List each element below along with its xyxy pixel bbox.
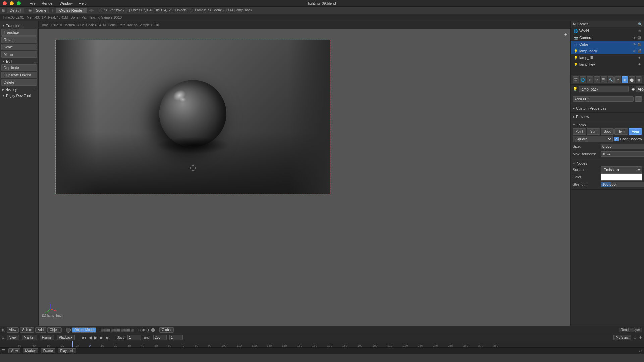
render-properties-icon[interactable]: 🎬 [573, 76, 579, 83]
vp-editor-icon[interactable]: ⊞ [2, 328, 5, 333]
timeline-playback-menu[interactable]: Playback [57, 335, 75, 340]
object-menu[interactable]: Object [47, 327, 62, 333]
camera-render-icon[interactable]: 🎬 [637, 36, 641, 40]
cube-render-icon[interactable]: 🎬 [637, 43, 641, 46]
custom-properties-header[interactable]: ▶ Custom Properties [573, 106, 642, 111]
menu-render[interactable]: Render [39, 1, 56, 6]
world-properties-icon[interactable]: ○ [587, 76, 593, 83]
scale-button[interactable]: Scale [1, 44, 37, 50]
particles-icon[interactable]: ✦ [614, 76, 621, 83]
outliner-search-icon[interactable]: 🔍 [638, 22, 642, 26]
jump-end-button[interactable]: ⏭ [106, 335, 110, 340]
layer-grid-icon[interactable]: ▦▦▦▦▦▦▦▦▦▦ [100, 328, 134, 332]
area-lamp-button[interactable]: Area [629, 128, 642, 135]
material-icon[interactable]: ⬤ [629, 76, 635, 83]
menu-file[interactable]: File [27, 1, 38, 6]
rigify-section-header[interactable]: ▼ Rigify Dev Tools [1, 93, 37, 99]
rotate-button[interactable]: Rotate [1, 36, 37, 43]
cast-shadow-checkbox[interactable] [614, 137, 619, 141]
timeline-view-menu[interactable]: View [7, 335, 19, 340]
mode-selector[interactable]: Default [7, 8, 24, 13]
size-input[interactable] [601, 144, 644, 149]
shape-selector[interactable]: Square [573, 136, 613, 142]
timeline-ruler[interactable]: -50 -40 -30 -20 -10 0 10 20 30 40 50 60 … [0, 341, 644, 347]
cube-visibility-icon[interactable]: 👁 [633, 43, 636, 46]
view-menu[interactable]: View [7, 327, 19, 333]
play-button[interactable]: ▶ [94, 335, 97, 340]
end-frame-input[interactable] [153, 335, 167, 340]
frame-playback-btn[interactable]: Playback [58, 348, 76, 353]
editor-type-icon[interactable]: ⊞ [2, 8, 5, 13]
color-swatch[interactable] [601, 173, 642, 181]
outliner-item-camera[interactable]: 📷 Camera 👁 🎬 [571, 34, 644, 41]
texture-icon[interactable]: ▦ [636, 76, 642, 83]
lamp-fill-visibility-icon[interactable]: 👁 [638, 56, 641, 60]
menu-window[interactable]: Window [57, 1, 75, 6]
transform-section-header[interactable]: ▼ Transform [1, 23, 37, 29]
frame-marker-btn[interactable]: Marker [23, 348, 38, 353]
global-selector[interactable]: Global [159, 327, 174, 333]
rendered-icon[interactable]: ⬤ [151, 328, 155, 332]
no-sync-selector[interactable]: No Sync [613, 335, 631, 340]
lamp-key-visibility-icon[interactable]: 👁 [638, 63, 641, 66]
scene-icon[interactable]: ◉ [28, 8, 32, 13]
modifiers-icon[interactable]: 🔧 [608, 76, 614, 83]
next-frame-button[interactable]: ▶ [100, 335, 103, 340]
history-section-header[interactable]: ▶ History ... [1, 86, 37, 93]
material-preview-icon[interactable]: ◑ [146, 328, 150, 332]
timeline-settings-icon[interactable]: ⚙ [639, 336, 642, 339]
lamp-section-header[interactable]: ▼ Lamp [573, 122, 642, 128]
render-engine-selector[interactable]: Cycles Render [56, 8, 87, 13]
select-menu[interactable]: Select [20, 327, 34, 333]
strength-input[interactable] [601, 182, 644, 187]
add-menu[interactable]: Add [35, 327, 46, 333]
frame-bar-icon[interactable]: ☰ [2, 349, 6, 353]
scene-selector[interactable]: Scene [33, 8, 49, 13]
constraints-icon[interactable]: ⛓ [601, 76, 607, 83]
frame-settings-icon[interactable]: ⚙ [638, 349, 642, 353]
current-frame-input[interactable] [169, 335, 183, 340]
viewport[interactable]: Time:00:02.91 Mem:43.41M, Peak:43.41M Do… [39, 21, 570, 326]
camera-visibility-icon[interactable]: 👁 [633, 36, 636, 40]
preview-header[interactable]: ▶ Preview [573, 114, 642, 119]
lamp-back-render-icon[interactable]: 🎬 [637, 49, 641, 53]
data-properties-icon[interactable]: ◉ [622, 76, 628, 83]
edit-section-header[interactable]: ▼ Edit ... [1, 58, 37, 64]
outliner-item-lamp-fill[interactable]: 💡 lamp_fill 👁 [571, 54, 644, 61]
nodes-section-header[interactable]: ▼ Nodes [573, 161, 642, 166]
mirror-button[interactable]: Mirror [1, 51, 37, 58]
area-name-input[interactable] [573, 96, 634, 102]
delete-button[interactable]: Delete [1, 79, 37, 86]
fake-user-button[interactable]: F [635, 96, 642, 102]
maximize-button[interactable] [17, 1, 21, 5]
hemi-lamp-button[interactable]: Hemi [614, 128, 628, 135]
window-controls[interactable] [3, 1, 22, 5]
point-lamp-button[interactable]: Point [573, 128, 586, 135]
fps-icon[interactable]: ⊙ [634, 336, 636, 339]
data-name-field[interactable] [636, 86, 644, 92]
scene-properties-icon[interactable]: 🌐 [580, 76, 586, 83]
outliner-item-world[interactable]: 🌐 World 👁 [571, 27, 644, 34]
start-frame-input[interactable] [127, 335, 141, 340]
visibility-icon[interactable]: 👁 [638, 29, 641, 33]
frame-view-btn[interactable]: View [8, 348, 20, 353]
prev-frame-button[interactable]: ◀ [89, 335, 92, 340]
surface-selector[interactable]: Emission [601, 166, 642, 173]
jump-start-button[interactable]: ⏮ [82, 335, 86, 340]
timeline-frame-menu[interactable]: Frame [40, 335, 54, 340]
outliner-item-lamp-key[interactable]: 💡 lamp_key 👁 [571, 61, 644, 68]
outliner-item-cube[interactable]: ◻ Cube 👁 🎬 [571, 41, 644, 48]
viewport-expand-icon[interactable]: + [564, 32, 567, 37]
translate-button[interactable]: Translate [1, 29, 37, 36]
object-properties-icon[interactable]: ▽ [594, 76, 600, 83]
lamp-back-visibility-icon[interactable]: 👁 [633, 49, 636, 53]
timeline-editor-icon[interactable]: ≡ [2, 335, 4, 340]
frame-frame-btn[interactable]: Frame [41, 348, 55, 353]
menu-help[interactable]: Help [76, 1, 89, 6]
wireframe-icon[interactable]: □ [138, 328, 141, 332]
object-name-field[interactable] [579, 86, 629, 92]
sun-lamp-button[interactable]: Sun [587, 128, 600, 135]
duplicate-button[interactable]: Duplicate [1, 64, 37, 71]
spot-lamp-button[interactable]: Spot [601, 128, 614, 135]
max-bounces-input[interactable] [601, 151, 644, 157]
